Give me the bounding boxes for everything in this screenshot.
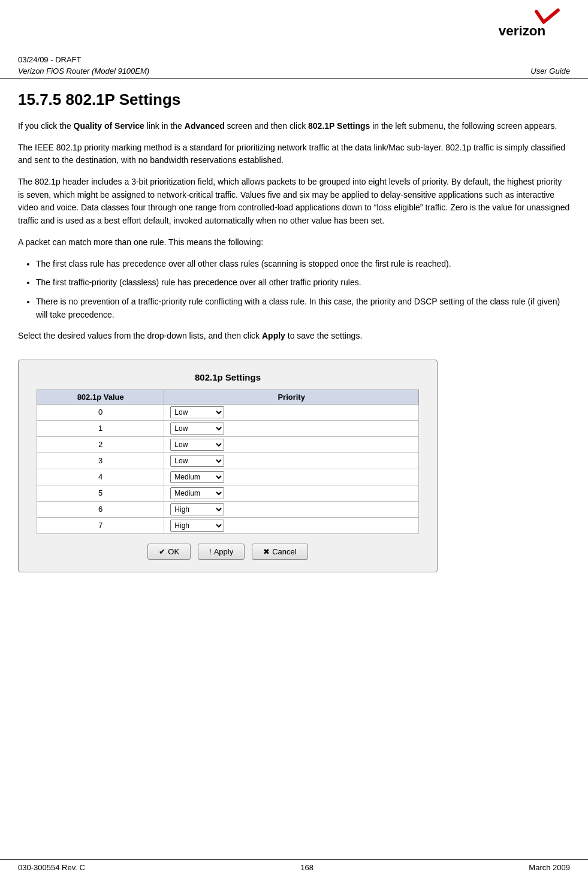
header: verizon [0,0,588,53]
priority-select-4[interactable]: LowMediumHigh [170,471,224,483]
paragraph-3: The 802.1p header includes a 3-bit prior… [18,176,570,228]
col-value-header: 802.1p Value [37,390,164,404]
priority-select-2[interactable]: LowMediumHigh [170,439,224,451]
priority-select-3[interactable]: LowMediumHigh [170,455,224,467]
table-row: 6LowMediumHigh [37,501,419,517]
cell-value-6: 6 [37,501,164,517]
page-heading: 15.7.5 802.1P Settings [18,90,570,109]
apply-exclaim-icon: ! [209,547,212,556]
cell-value-7: 7 [37,517,164,533]
logo-container: verizon [474,6,570,50]
page-container: verizon 03/24/09 - DRAFT Verizon FiOS Ro… [0,0,588,875]
cell-value-1: 1 [37,420,164,436]
table-row: 5LowMediumHigh [37,485,419,501]
table-row: 0LowMediumHigh [37,404,419,420]
cell-value-5: 5 [37,485,164,501]
footer-left: 030-300554 Rev. C [18,863,85,872]
bold-qos: Quality of Service [74,121,144,131]
bold-settings: 802.1P Settings [308,121,370,131]
cell-priority-4[interactable]: LowMediumHigh [164,469,419,485]
subtitle-left: Verizon FiOS Router (Model 9100EM) [18,67,149,76]
cell-value-3: 3 [37,452,164,469]
priority-select-5[interactable]: LowMediumHigh [170,487,224,499]
cell-priority-6[interactable]: LowMediumHigh [164,501,419,517]
priority-select-1[interactable]: LowMediumHigh [170,423,224,435]
cell-priority-5[interactable]: LowMediumHigh [164,485,419,501]
paragraph-4: A packet can match more than one rule. T… [18,236,570,249]
table-row: 1LowMediumHigh [37,420,419,436]
button-row: ✔ OK ! Apply ✖ Cancel [37,544,419,560]
cell-value-2: 2 [37,436,164,452]
cell-priority-3[interactable]: LowMediumHigh [164,452,419,469]
svg-text:verizon: verizon [499,23,545,38]
cell-priority-1[interactable]: LowMediumHigh [164,420,419,436]
priority-select-6[interactable]: LowMediumHigh [170,503,224,515]
ok-label: OK [168,547,179,556]
table-row: 2LowMediumHigh [37,436,419,452]
apply-label: Apply [214,547,234,556]
bold-apply: Apply [262,331,285,340]
apply-button[interactable]: ! Apply [198,544,245,560]
cancel-button[interactable]: ✖ Cancel [252,544,307,560]
footer-center: 168 [300,863,313,872]
footer: 030-300554 Rev. C 168 March 2009 [0,859,588,875]
draft-text: 03/24/09 - DRAFT [18,55,82,64]
ok-checkmark-icon: ✔ [159,547,165,556]
bullet-1: The first class rule has precedence over… [36,258,570,271]
ok-button[interactable]: ✔ OK [147,544,191,560]
cell-priority-7[interactable]: LowMediumHigh [164,517,419,533]
bullet-list: The first class rule has precedence over… [36,258,570,322]
cell-value-0: 0 [37,404,164,420]
cancel-label: Cancel [272,547,296,556]
bold-advanced: Advanced [185,121,225,131]
paragraph-2: The IEEE 802.1p priority marking method … [18,141,570,167]
cell-value-4: 4 [37,469,164,485]
settings-title: 802.1p Settings [37,372,419,382]
bullet-3: There is no prevention of a traffic-prio… [36,295,570,321]
screenshot-box: 802.1p Settings 802.1p Value Priority 0L… [18,360,438,572]
settings-table: 802.1p Value Priority 0LowMediumHigh1Low… [37,390,419,534]
table-row: 4LowMediumHigh [37,469,419,485]
verizon-logo: verizon [474,6,570,48]
cancel-x-icon: ✖ [263,547,270,556]
paragraph-1: If you click the Quality of Service link… [18,120,570,133]
table-header-row: 802.1p Value Priority [37,390,419,404]
table-row: 3LowMediumHigh [37,452,419,469]
table-row: 7LowMediumHigh [37,517,419,533]
draft-line: 03/24/09 - DRAFT [0,53,588,65]
priority-select-0[interactable]: LowMediumHigh [170,406,224,418]
priority-select-7[interactable]: LowMediumHigh [170,520,224,532]
col-priority-header: Priority [164,390,419,404]
subtitle-right: User Guide [530,67,570,76]
apply-instruction: Select the desired values from the drop-… [18,330,570,343]
bullet-2: The first traffic-priority (classless) r… [36,276,570,289]
subtitle-bar: Verizon FiOS Router (Model 9100EM) User … [0,65,588,79]
footer-right: March 2009 [529,863,570,872]
cell-priority-0[interactable]: LowMediumHigh [164,404,419,420]
main-content: 15.7.5 802.1P Settings If you click the … [0,85,588,608]
cell-priority-2[interactable]: LowMediumHigh [164,436,419,452]
